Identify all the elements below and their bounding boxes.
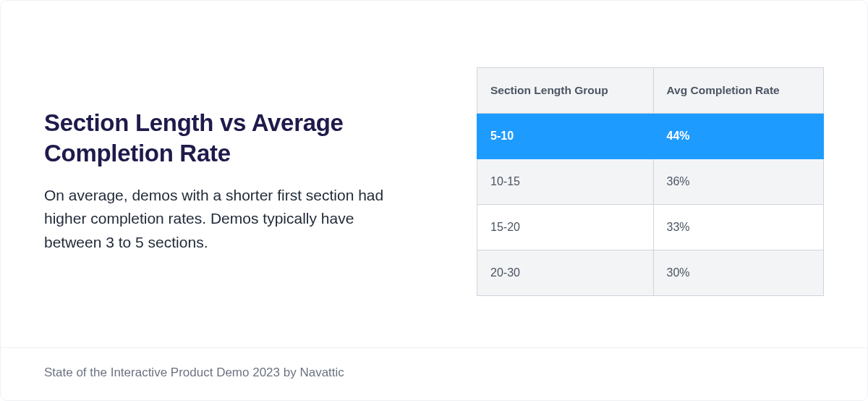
- cell-group: 5-10: [477, 113, 654, 159]
- cell-group: 15-20: [477, 204, 654, 250]
- chart-description: On average, demos with a shorter first s…: [44, 184, 412, 255]
- cell-rate: 33%: [653, 204, 824, 250]
- table-row: 10-15 36%: [477, 159, 824, 204]
- table-row: 15-20 33%: [477, 204, 824, 250]
- card: Section Length vs Average Completion Rat…: [0, 0, 868, 401]
- cell-rate: 36%: [653, 159, 824, 204]
- cell-rate: 30%: [653, 250, 824, 295]
- cell-group: 20-30: [477, 250, 654, 295]
- chart-title: Section Length vs Average Completion Rat…: [44, 108, 412, 168]
- table-row: 5-10 44%: [477, 113, 824, 159]
- cell-group: 10-15: [477, 159, 654, 204]
- completion-rate-table: Section Length Group Avg Completion Rate…: [477, 67, 824, 296]
- footer-attribution: State of the Interactive Product Demo 20…: [1, 347, 867, 400]
- content-row: Section Length vs Average Completion Rat…: [1, 1, 867, 347]
- table-header-group: Section Length Group: [477, 67, 654, 113]
- text-column: Section Length vs Average Completion Rat…: [44, 108, 412, 254]
- table-header-rate: Avg Completion Rate: [653, 67, 824, 113]
- table-column: Section Length Group Avg Completion Rate…: [456, 67, 824, 296]
- table-row: 20-30 30%: [477, 250, 824, 295]
- cell-rate: 44%: [653, 113, 824, 159]
- table-header-row: Section Length Group Avg Completion Rate: [477, 67, 824, 113]
